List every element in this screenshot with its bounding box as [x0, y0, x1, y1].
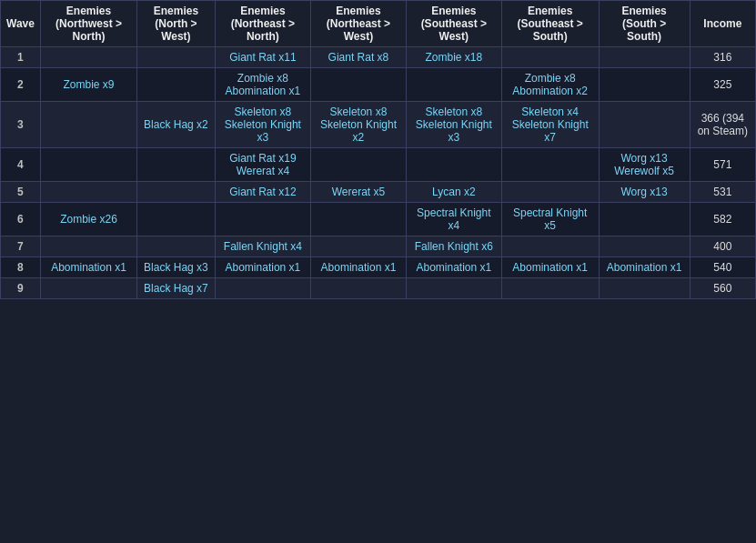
- header-s-s: Enemies (South > South): [599, 1, 690, 47]
- enemy-text: Worg x13: [621, 186, 668, 198]
- table-row: 9Black Hag x7560: [1, 278, 756, 299]
- enemy-text: Spectral Knight x5: [513, 206, 587, 232]
- enemy-cell-se_s: Zombie x8Abomination x2: [501, 68, 599, 102]
- enemy-text: Abomination x1: [226, 261, 301, 274]
- enemy-cell-nw_n: [40, 148, 136, 182]
- header-ne-n: Enemies (Northeast > North): [215, 1, 311, 47]
- enemy-cell-nw_n: Abomination x1: [40, 257, 136, 278]
- income-value: 325: [690, 68, 755, 102]
- enemy-cell-ne_n: Fallen Knight x4: [215, 236, 311, 257]
- income-value: 366 (394 on Steam): [690, 102, 755, 148]
- enemy-text: Abomination x1: [416, 261, 491, 274]
- header-se-s: Enemies (Southeast > South): [501, 1, 599, 47]
- enemy-text: Skeleton x8Skeleton Knight x3: [225, 106, 301, 144]
- enemy-cell-ne_n: Abomination x1: [215, 257, 311, 278]
- enemy-cell-se_w: [406, 148, 501, 182]
- income-value: 540: [690, 257, 755, 278]
- table-row: 8Abomination x1Black Hag x3Abomination x…: [1, 257, 756, 278]
- header-wave: Wave: [1, 1, 41, 47]
- enemy-cell-ne_n: Skeleton x8Skeleton Knight x3: [215, 102, 311, 148]
- enemy-text: Giant Rat x19Wererat x4: [229, 152, 296, 177]
- enemy-cell-se_s: Skeleton x4Skeleton Knight x7: [501, 102, 599, 148]
- enemy-cell-se_s: Abomination x1: [501, 257, 599, 278]
- enemy-text: Black Hag x2: [144, 118, 208, 131]
- enemy-cell-ne_n: Zombie x8Abomination x1: [215, 68, 311, 102]
- enemy-cell-nw_n: [40, 182, 136, 203]
- enemy-cell-ne_n: [215, 278, 311, 299]
- table-row: 7Fallen Knight x4Fallen Knight x6400: [1, 236, 756, 257]
- enemy-cell-ne_w: Wererat x5: [311, 182, 407, 203]
- wave-number: 1: [1, 47, 41, 68]
- header-nw-n: Enemies (Northwest > North): [40, 1, 136, 47]
- enemy-cell-se_s: Spectral Knight x5: [501, 203, 599, 236]
- wave-number: 2: [1, 68, 41, 102]
- enemy-cell-ne_n: [215, 203, 311, 236]
- income-value: 531: [690, 182, 755, 203]
- wave-number: 4: [1, 148, 41, 182]
- enemy-cell-ne_n: Giant Rat x19Wererat x4: [215, 148, 311, 182]
- income-value: 316: [690, 47, 755, 68]
- enemy-cell-s_s: [599, 68, 690, 102]
- enemy-cell-n_w: Black Hag x2: [137, 102, 215, 148]
- enemy-text: Zombie x8Abomination x1: [226, 72, 301, 97]
- enemy-cell-s_s: [599, 47, 690, 68]
- wave-table: Wave Enemies (Northwest > North) Enemies…: [0, 0, 756, 299]
- enemy-cell-nw_n: Zombie x26: [40, 203, 136, 236]
- enemy-cell-s_s: Worg x13Werewolf x5: [599, 148, 690, 182]
- wave-number: 5: [1, 182, 41, 203]
- table-row: 6Zombie x26Spectral Knight x4Spectral Kn…: [1, 203, 756, 236]
- enemy-cell-se_w: Spectral Knight x4: [406, 203, 501, 236]
- enemy-cell-ne_w: Abomination x1: [311, 257, 407, 278]
- enemy-text: Giant Rat x8: [328, 51, 389, 64]
- enemy-text: Wererat x5: [332, 186, 385, 198]
- enemy-cell-ne_w: [311, 236, 407, 257]
- enemy-cell-se_s: [501, 278, 599, 299]
- enemy-cell-s_s: Worg x13: [599, 182, 690, 203]
- enemy-cell-ne_w: Skeleton x8Skeleton Knight x2: [311, 102, 407, 148]
- enemy-cell-se_s: [501, 47, 599, 68]
- enemy-text: Abomination x1: [51, 261, 126, 274]
- header-n-w: Enemies (North > West): [137, 1, 215, 47]
- enemy-cell-se_w: Lycan x2: [406, 182, 501, 203]
- income-value: 582: [690, 203, 755, 236]
- enemy-cell-nw_n: [40, 278, 136, 299]
- income-value: 571: [690, 148, 755, 182]
- enemy-cell-ne_w: [311, 148, 407, 182]
- enemy-text: Zombie x18: [425, 51, 482, 64]
- enemy-cell-n_w: [137, 148, 215, 182]
- wave-number: 3: [1, 102, 41, 148]
- enemy-cell-n_w: [137, 203, 215, 236]
- wave-number: 7: [1, 236, 41, 257]
- enemy-cell-nw_n: [40, 236, 136, 257]
- header-se-w: Enemies (Southeast > West): [406, 1, 501, 47]
- wave-number: 6: [1, 203, 41, 236]
- enemy-text: Giant Rat x11: [229, 51, 296, 64]
- enemy-text: Zombie x8Abomination x2: [512, 72, 588, 97]
- enemy-text: Black Hag x7: [144, 282, 208, 295]
- enemy-cell-se_w: Fallen Knight x6: [406, 236, 501, 257]
- enemy-text: Fallen Knight x6: [415, 240, 493, 253]
- enemy-cell-se_w: Zombie x18: [406, 47, 501, 68]
- enemy-cell-n_w: [137, 68, 215, 102]
- enemy-cell-se_w: Skeleton x8Skeleton Knight x3: [406, 102, 501, 148]
- enemy-cell-s_s: [599, 203, 690, 236]
- enemy-cell-n_w: [137, 182, 215, 203]
- header-income: Income: [690, 1, 755, 47]
- income-value: 560: [690, 278, 755, 299]
- enemy-cell-se_w: [406, 68, 501, 102]
- enemy-cell-s_s: [599, 278, 690, 299]
- enemy-text: Zombie x9: [64, 78, 115, 91]
- enemy-cell-nw_n: Zombie x9: [40, 68, 136, 102]
- table-row: 1Giant Rat x11Giant Rat x8Zombie x18316: [1, 47, 756, 68]
- enemy-text: Giant Rat x12: [229, 186, 296, 198]
- income-value: 400: [690, 236, 755, 257]
- enemy-cell-se_s: [501, 236, 599, 257]
- enemy-cell-s_s: [599, 102, 690, 148]
- enemy-text: Worg x13Werewolf x5: [614, 152, 674, 177]
- enemy-text: Spectral Knight x4: [417, 206, 490, 232]
- enemy-cell-se_s: [501, 148, 599, 182]
- enemy-cell-s_s: Abomination x1: [599, 257, 690, 278]
- enemy-text: Lycan x2: [432, 186, 476, 198]
- enemy-text: Abomination x1: [321, 261, 397, 274]
- table-row: 3Black Hag x2Skeleton x8Skeleton Knight …: [1, 102, 756, 148]
